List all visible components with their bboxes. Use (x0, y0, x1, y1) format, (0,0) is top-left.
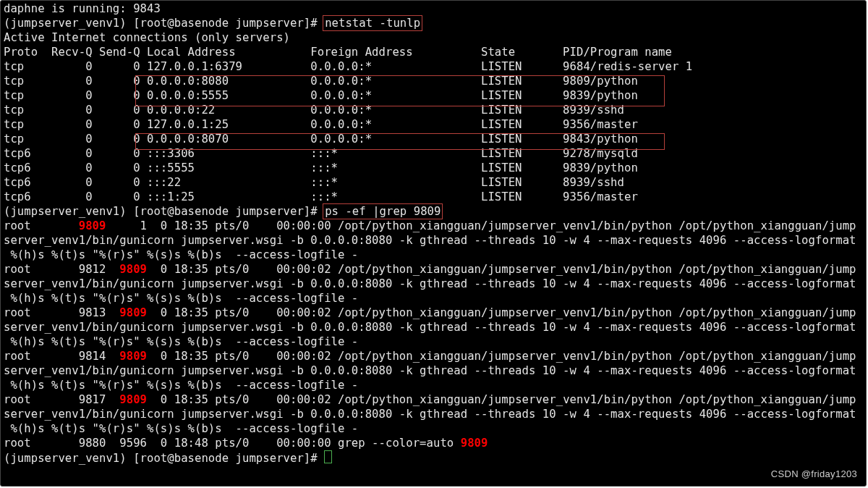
netstat-row: tcp 0 0 127.0.0.1:25 0.0.0.0:* LISTEN 93… (4, 117, 864, 132)
ps-row: %(h)s %(t)s "%(r)s" %(s)s %(b)s --access… (4, 421, 864, 436)
netstat-row: tcp 0 0 0.0.0.0:8070 0.0.0.0:* LISTEN 98… (4, 132, 864, 146)
shell-prompt: (jumpserver_venv1) [root@basenode jumpse… (4, 452, 324, 465)
ps-row: server_venv1/bin/gunicorn jumpserver.wsg… (4, 233, 864, 248)
netstat-row: tcp 0 0 0.0.0.0:5555 0.0.0.0:* LISTEN 98… (4, 88, 864, 103)
ps-row: root 9813 9809 0 18:35 pts/0 00:00:02 /o… (4, 306, 864, 320)
ps-row: %(h)s %(t)s "%(r)s" %(s)s %(b)s --access… (4, 335, 864, 349)
cmd-netstat: netstat -tunlp (323, 15, 422, 31)
shell-prompt: (jumpserver_venv1) [root@basenode jumpse… (4, 17, 324, 30)
status-line: daphne is running: 9843 (4, 1, 864, 16)
shell-prompt: (jumpserver_venv1) [root@basenode jumpse… (4, 205, 324, 218)
netstat-header: Proto Recv-Q Send-Q Local Address Foreig… (4, 45, 864, 59)
grep-line: root 9880 9596 0 18:48 pts/0 00:00:00 gr… (4, 436, 864, 450)
ps-row: root 9812 9809 0 18:35 pts/0 00:00:02 /o… (4, 262, 864, 277)
netstat-row: tcp 0 0 0.0.0.0:8080 0.0.0.0:* LISTEN 98… (4, 74, 864, 88)
cmd-ps-grep: ps -ef |grep 9809 (323, 203, 443, 219)
ps-row: root 9817 9809 0 18:35 pts/0 00:00:02 /o… (4, 392, 864, 407)
netstat-row: tcp6 0 0 :::22 :::* LISTEN 8939/sshd (4, 175, 864, 190)
netstat-row: tcp6 0 0 :::1:25 :::* LISTEN 9356/master (4, 190, 864, 204)
prompt-line-3: (jumpserver_venv1) [root@basenode jumpse… (4, 450, 864, 466)
ps-row: %(h)s %(t)s "%(r)s" %(s)s %(b)s --access… (4, 378, 864, 392)
prompt-line-1: (jumpserver_venv1) [root@basenode jumpse… (4, 16, 864, 30)
active-connections-line: Active Internet connections (only server… (4, 30, 864, 45)
ps-row: root 9809 1 0 18:35 pts/0 00:00:00 /opt/… (4, 219, 864, 233)
ps-row: server_venv1/bin/gunicorn jumpserver.wsg… (4, 363, 864, 378)
netstat-row: tcp6 0 0 :::3306 :::* LISTEN 9278/mysqld (4, 146, 864, 161)
ps-row: root 9814 9809 0 18:35 pts/0 00:00:02 /o… (4, 349, 864, 363)
netstat-row: tcp6 0 0 :::5555 :::* LISTEN 9839/python (4, 161, 864, 175)
ps-rows: root 9809 1 0 18:35 pts/0 00:00:00 /opt/… (4, 219, 864, 436)
ps-row: %(h)s %(t)s "%(r)s" %(s)s %(b)s --access… (4, 248, 864, 262)
prompt-line-2: (jumpserver_venv1) [root@basenode jumpse… (4, 204, 864, 219)
ps-row: %(h)s %(t)s "%(r)s" %(s)s %(b)s --access… (4, 291, 864, 306)
ps-row: server_venv1/bin/gunicorn jumpserver.wsg… (4, 407, 864, 421)
ps-row: server_venv1/bin/gunicorn jumpserver.wsg… (4, 320, 864, 335)
terminal-window[interactable]: daphne is running: 9843 (jumpserver_venv… (0, 0, 867, 487)
netstat-row: tcp 0 0 0.0.0.0:22 0.0.0.0:* LISTEN 8939… (4, 103, 864, 117)
watermark: CSDN @friday1203 (771, 467, 857, 481)
ps-row: server_venv1/bin/gunicorn jumpserver.wsg… (4, 277, 864, 291)
cursor[interactable] (324, 450, 332, 463)
netstat-rows: tcp 0 0 127.0.0.1:6379 0.0.0.0:* LISTEN … (4, 59, 864, 204)
netstat-row: tcp 0 0 127.0.0.1:6379 0.0.0.0:* LISTEN … (4, 59, 864, 74)
